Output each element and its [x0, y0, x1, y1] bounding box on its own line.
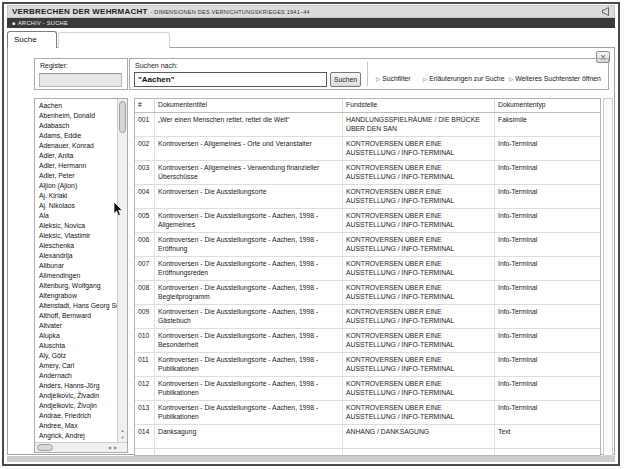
cell-type: Info-Terminal [495, 257, 600, 280]
list-item[interactable]: Aljion (Ajion) [35, 181, 117, 191]
register-input[interactable] [39, 73, 122, 87]
cell-source: KONTROVERSEN ÜBER EINE AUSSTELLUNG / INF… [343, 353, 495, 376]
list-item[interactable]: Aleksic, Novica [35, 221, 117, 231]
search-link-2[interactable]: ▷Weiteres Suchfenster öffnen [509, 75, 601, 82]
search-link-0[interactable]: ▷Suchfilter [376, 75, 411, 82]
cell-source: KONTROVERSEN ÜBER EINE AUSSTELLUNG / INF… [343, 233, 495, 256]
table-row[interactable]: 007Kontroversen - Die Ausstellungsorte -… [135, 257, 600, 281]
table-row[interactable]: 013Kontroversen - Die Ausstellungsorte -… [135, 401, 600, 425]
list-item[interactable]: Aleksic, Vlastimir [35, 231, 117, 241]
scroll-left-icon[interactable]: ◀ [108, 443, 111, 452]
table-row[interactable]: 001„Wer einen Menschen rettet, rettet di… [135, 113, 600, 137]
cell-type: Info-Terminal [495, 209, 600, 232]
cell-title: Kontroversen - Die Ausstellungsorte - Aa… [155, 329, 343, 352]
cell-number: 011 [135, 353, 155, 376]
table-row[interactable]: 003Kontroversen - Allgemeines - Verwendu… [135, 161, 600, 185]
results-table: #DokumententitelFundstelleDokumententyp … [134, 98, 601, 456]
list-item[interactable]: Altenburg, Wolfgang [35, 281, 117, 291]
cell-source: KONTROVERSEN ÜBER EINE AUSSTELLUNG / INF… [343, 329, 495, 352]
results-body: 001„Wer einen Menschen rettet, rettet di… [135, 113, 600, 456]
table-row[interactable]: 012Kontroversen - Die Ausstellungsorte -… [135, 377, 600, 401]
register-section: Register: [34, 58, 128, 90]
search-input[interactable] [134, 72, 327, 87]
list-item[interactable]: Adler, Hermann [35, 161, 117, 171]
cell-title: Kontroversen - Die Ausstellungsorte - Aa… [155, 401, 343, 424]
list-item[interactable]: Adenauer, Konrad [35, 141, 117, 151]
list-item[interactable]: Adler, Anita [35, 151, 117, 161]
link-arrow-icon: ▷ [376, 76, 380, 82]
list-item[interactable]: Aluschta [35, 341, 117, 351]
table-row[interactable]: 006Kontroversen - Die Ausstellungsorte -… [135, 233, 600, 257]
cell-title: Kontroversen - Die Ausstellungsorte - Aa… [155, 233, 343, 256]
cell-number: 012 [135, 377, 155, 400]
list-item[interactable]: Adler, Peter [35, 171, 117, 181]
list-item[interactable]: Altvater [35, 321, 117, 331]
cell-type: Info-Terminal [495, 377, 600, 400]
column-header: Dokumententitel [155, 99, 343, 112]
table-row[interactable]: 008Kontroversen - Die Ausstellungsorte -… [135, 281, 600, 305]
vertical-scrollbar[interactable]: ▲ ▼ [117, 99, 127, 442]
list-item[interactable]: Andjelkovic, Živojin [35, 401, 117, 411]
list-item[interactable]: Alibunar [35, 261, 117, 271]
cell-source: ANHANG / DANKSAGUNG [343, 425, 495, 448]
list-item[interactable]: Anders, Hanns-Jörg [35, 381, 117, 391]
tab-suche[interactable]: Suche [7, 31, 57, 48]
vertical-scrollbar-thumb[interactable] [119, 101, 126, 133]
scroll-right-icon[interactable]: ▶ [114, 443, 117, 452]
list-item[interactable]: Andjelkovic, Živadin [35, 391, 117, 401]
list-item[interactable]: Aly, Götz [35, 351, 117, 361]
list-item[interactable]: Ala [35, 211, 117, 221]
link-arrow-icon: ▷ [423, 76, 427, 82]
speaker-icon[interactable] [601, 7, 610, 16]
list-item[interactable]: Alupka [35, 331, 117, 341]
table-row[interactable]: 014DanksagungANHANG / DANKSAGUNGText [135, 425, 600, 449]
cell-source: KONTROVERSEN ÜBER EINE AUSSTELLUNG / INF… [343, 161, 495, 184]
table-row[interactable]: 011Kontroversen - Die Ausstellungsorte -… [135, 353, 600, 377]
window-bottom-edge [7, 456, 615, 462]
search-button[interactable]: Suchen [330, 72, 361, 87]
list-item[interactable]: Amery, Carl [35, 361, 117, 371]
content-panel: X Register: Suchen nach: Suchen ▷Suchfil… [7, 47, 615, 455]
horizontal-scrollbar-thumb[interactable] [37, 444, 53, 451]
results-scrollbar-track[interactable] [603, 98, 613, 456]
list-item[interactable]: Altengrabow [35, 291, 117, 301]
cell-title: „Wer einen Menschen rettet, rettet die W… [155, 113, 343, 136]
list-item[interactable]: Alexandrija [35, 251, 117, 261]
list-item[interactable]: Andree, Max [35, 421, 117, 431]
table-row[interactable]: 004Kontroversen - Die AusstellungsorteKO… [135, 185, 600, 209]
scroll-up-icon[interactable]: ▲ [118, 427, 127, 434]
cell-source: HANDLUNGSSPIELRÄUME / DIE BRÜCKE ÜBER DE… [343, 113, 495, 136]
cell-type: Faksimile [495, 113, 600, 136]
register-list-items: AachenAbenheim, DonaldAdabaschAdams, Edd… [35, 99, 117, 442]
cell-number: 006 [135, 233, 155, 256]
cell-empty [155, 449, 343, 456]
list-item[interactable]: Aleschenka [35, 241, 117, 251]
horizontal-scrollbar[interactable]: ◀ ▶ [35, 442, 127, 452]
cell-number: 008 [135, 281, 155, 304]
table-row[interactable]: 005Kontroversen - Die Ausstellungsorte -… [135, 209, 600, 233]
table-row[interactable]: 010Kontroversen - Die Ausstellungsorte -… [135, 329, 600, 353]
list-item[interactable]: Angrick, Andrej [35, 431, 117, 441]
list-item[interactable]: Andrae, Friedrich [35, 411, 117, 421]
list-item[interactable]: Aj. Nikolaos [35, 201, 117, 211]
cell-number: 009 [135, 305, 155, 328]
table-row[interactable]: 009Kontroversen - Die Ausstellungsorte -… [135, 305, 600, 329]
table-row[interactable]: 002Kontroversen - Allgemeines - Orte und… [135, 137, 600, 161]
list-item[interactable]: Andernach [35, 371, 117, 381]
column-header: # [135, 99, 155, 112]
list-item[interactable]: Aachen [35, 101, 117, 111]
scroll-down-icon[interactable]: ▼ [118, 434, 127, 441]
list-item[interactable]: Altenstadt, Hans Georg Schr [35, 301, 117, 311]
list-item[interactable]: Abenheim, Donald [35, 111, 117, 121]
list-item[interactable]: Aj. Kiriaki [35, 191, 117, 201]
search-link-1[interactable]: ▷Erläuterungen zur Suche [423, 75, 504, 82]
cell-type: Info-Terminal [495, 281, 600, 304]
cell-number: 014 [135, 425, 155, 448]
list-item[interactable]: Althoff, Bernward [35, 311, 117, 321]
cell-empty [343, 449, 495, 456]
cell-title: Kontroversen - Die Ausstellungsorte - Aa… [155, 257, 343, 280]
cell-title: Kontroversen - Die Ausstellungsorte - Aa… [155, 353, 343, 376]
list-item[interactable]: Adabasch [35, 121, 117, 131]
list-item[interactable]: Adams, Eddie [35, 131, 117, 141]
list-item[interactable]: Allmendingen [35, 271, 117, 281]
